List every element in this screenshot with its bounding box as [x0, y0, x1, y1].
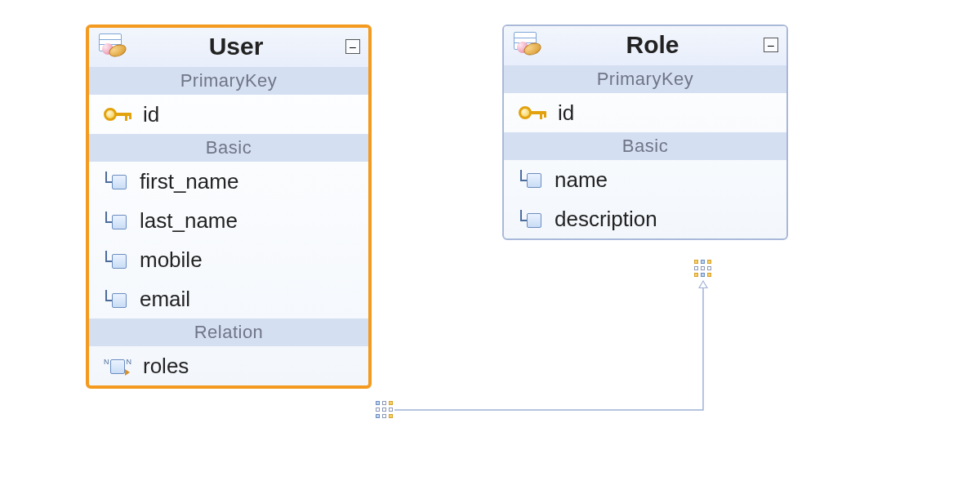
entity-icon	[97, 33, 127, 60]
relation-row[interactable]: NN roles	[89, 346, 368, 385]
entity-header[interactable]: Role –	[504, 26, 786, 65]
field-row[interactable]: name	[504, 160, 786, 199]
field-icon	[104, 251, 128, 270]
field-icon	[519, 170, 543, 189]
entity-role[interactable]: Role – PrimaryKey id Basic name descript…	[502, 24, 788, 240]
field-icon	[519, 210, 543, 229]
section-primarykey: PrimaryKey	[89, 67, 368, 95]
field-row[interactable]: email	[89, 279, 368, 318]
collapse-button[interactable]: –	[345, 39, 360, 54]
entity-title: User	[127, 33, 345, 60]
field-name: name	[555, 167, 608, 193]
field-row[interactable]: mobile	[89, 240, 368, 279]
field-row[interactable]: id	[504, 93, 786, 132]
field-row[interactable]: description	[504, 199, 786, 238]
field-name: id	[558, 100, 574, 126]
field-icon	[104, 212, 128, 231]
relation-name: roles	[143, 354, 189, 379]
entity-title: Role	[541, 31, 764, 59]
section-basic: Basic	[504, 132, 786, 160]
field-row[interactable]: last_name	[89, 201, 368, 240]
field-name: first_name	[140, 169, 238, 194]
section-primarykey: PrimaryKey	[504, 65, 786, 93]
field-name: description	[555, 207, 657, 232]
entity-user[interactable]: User – PrimaryKey id Basic first_name la…	[86, 24, 372, 389]
primary-key-icon	[519, 104, 546, 122]
collapse-button[interactable]: –	[764, 38, 778, 52]
connector-arrowhead-icon	[698, 280, 708, 288]
er-diagram-canvas[interactable]: User – PrimaryKey id Basic first_name la…	[0, 0, 980, 490]
field-row[interactable]: first_name	[89, 162, 368, 201]
section-basic: Basic	[89, 134, 368, 162]
section-relation: Relation	[89, 318, 368, 346]
primary-key-icon	[104, 105, 131, 123]
field-name: email	[140, 287, 190, 312]
relation-icon: NN	[104, 356, 131, 376]
field-icon	[104, 172, 128, 191]
connector-endpoint-target-icon[interactable]	[694, 260, 712, 278]
entity-header[interactable]: User –	[89, 28, 368, 67]
field-name: mobile	[140, 247, 203, 273]
entity-icon	[512, 32, 541, 58]
field-row[interactable]: id	[89, 95, 368, 134]
field-name: last_name	[140, 208, 238, 234]
field-name: id	[143, 102, 159, 127]
field-icon	[104, 290, 128, 310]
connector-endpoint-source-icon[interactable]	[376, 401, 394, 419]
